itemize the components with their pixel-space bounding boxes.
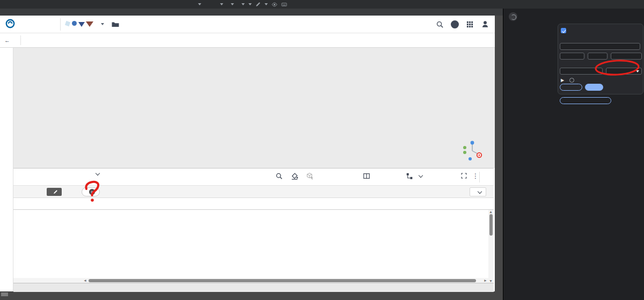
color-by-button[interactable] — [291, 172, 298, 180]
project-thumbnail[interactable] — [65, 20, 96, 28]
chevron-down-icon — [198, 3, 201, 5]
device-toolbar-cluster — [194, 0, 287, 9]
pen-icon[interactable] — [255, 2, 261, 7]
table-header-row — [13, 198, 494, 210]
group-name-chip[interactable]: × — [82, 187, 100, 196]
project-dropdown-icon[interactable] — [101, 23, 104, 25]
pencil-icon — [53, 189, 58, 194]
device-name-input[interactable] — [560, 43, 640, 50]
ua-client-hints-row: ▶ — [561, 78, 577, 83]
cancel-button[interactable] — [560, 84, 582, 91]
table-body — [13, 210, 494, 283]
preset-dropdown[interactable] — [470, 187, 486, 196]
columns-button[interactable] — [363, 172, 373, 180]
custom-device-checkbox[interactable] — [561, 28, 566, 33]
scroll-up-icon[interactable]: ▲ — [489, 210, 493, 214]
panel-toolbar: ⋮ — [13, 169, 494, 186]
scroll-left-icon[interactable]: ◄ — [83, 278, 87, 283]
header-divider — [60, 18, 61, 31]
info-icon — [569, 78, 574, 83]
data-table-panel: ⋮ × — [13, 168, 494, 291]
devtools-logo-icon — [509, 12, 517, 21]
hscroll-thumb[interactable] — [89, 279, 476, 282]
chevron-down-icon — [636, 70, 639, 72]
brand — [5, 19, 19, 28]
select-in-3d-button[interactable] — [306, 172, 317, 180]
vscroll-thumb[interactable] — [489, 214, 493, 236]
back-button[interactable]: ← — [4, 37, 12, 43]
columns-icon — [363, 172, 370, 180]
scroll-down-icon[interactable]: ▼ — [489, 279, 493, 283]
chevron-down-icon — [248, 3, 252, 5]
vertical-scrollbar[interactable]: ▲ ▼ — [488, 210, 494, 283]
screen: ← — [0, 0, 644, 300]
user-avatar-icon[interactable] — [481, 20, 489, 28]
organizer-icon — [406, 172, 413, 180]
devtools-settings-panel: ▶ — [503, 9, 644, 300]
left-rail — [0, 48, 13, 291]
table-total-row — [13, 283, 494, 292]
panel-toolbar-divider — [479, 172, 480, 182]
help-icon[interactable] — [451, 20, 459, 28]
model-mesh — [13, 48, 495, 168]
bottom-fragment — [1, 292, 8, 296]
trimble-connect-app: ← — [0, 16, 495, 291]
apps-grid-icon[interactable] — [466, 20, 474, 28]
trimble-logo-icon — [5, 19, 15, 28]
add-custom-device-button[interactable] — [560, 97, 611, 104]
chevron-down-icon — [231, 3, 234, 5]
scroll-right-icon[interactable]: ► — [484, 278, 487, 283]
device-height-input[interactable] — [588, 53, 608, 60]
chevron-down-icon — [265, 3, 268, 5]
horizontal-scrollbar[interactable]: ◄ ► — [13, 278, 488, 283]
save-to-organizer-button[interactable] — [406, 172, 422, 180]
save-button[interactable] — [585, 84, 603, 91]
viewer-toolbar: ← — [0, 33, 495, 48]
toolbar-divider — [20, 35, 21, 45]
expand-panel-button[interactable] — [460, 172, 467, 179]
chevron-down-icon — [419, 173, 423, 178]
table-search-button[interactable] — [275, 172, 283, 180]
chevron-down-icon — [241, 3, 245, 5]
device-width-input[interactable] — [560, 53, 584, 60]
navigation-gizmo[interactable] — [460, 139, 485, 162]
folder-icon[interactable] — [111, 20, 120, 28]
remove-chip-icon[interactable]: × — [89, 189, 95, 195]
ua-string-input[interactable] — [560, 68, 603, 75]
vision-deficiency-icon[interactable] — [272, 2, 277, 8]
group-by-chip[interactable] — [47, 188, 62, 196]
badge-icon[interactable] — [281, 2, 287, 8]
panel-more-icon[interactable]: ⋮ — [472, 172, 479, 180]
disclosure-icon[interactable]: ▶ — [561, 78, 564, 83]
app-header — [0, 16, 495, 33]
media-query-strip — [0, 9, 503, 16]
back-arrow-icon: ← — [4, 37, 10, 43]
device-pixel-ratio-input[interactable] — [611, 53, 642, 60]
search-icon[interactable] — [436, 20, 444, 28]
emulated-page: ← — [0, 9, 503, 300]
devtools-device-toolbar — [0, 0, 644, 9]
chevron-down-icon — [220, 3, 223, 5]
select-in-3d-icon — [306, 172, 314, 180]
model-viewport[interactable] — [13, 48, 495, 168]
scope-dropdown[interactable] — [92, 173, 99, 175]
ua-type-select[interactable] — [606, 68, 642, 75]
chevron-down-icon — [478, 189, 482, 193]
group-bar: × — [13, 186, 494, 198]
chevron-down-icon — [96, 171, 100, 175]
